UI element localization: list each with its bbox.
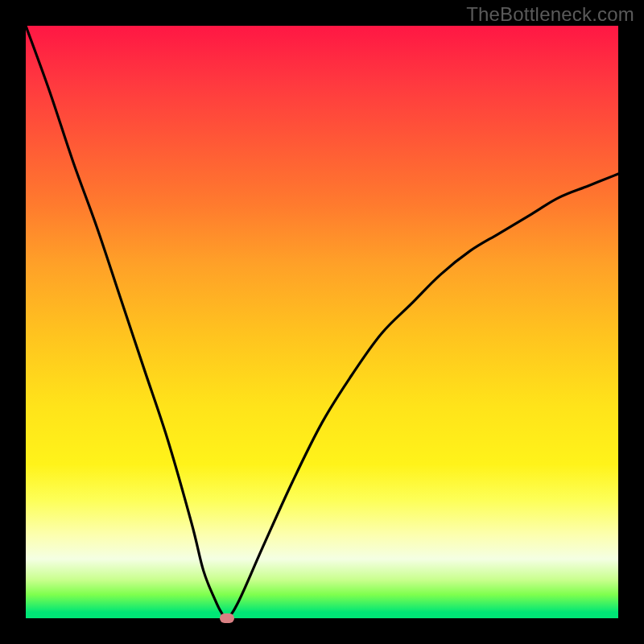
optimum-marker xyxy=(220,613,234,623)
bottleneck-curve xyxy=(26,26,618,618)
watermark-text: TheBottleneck.com xyxy=(466,3,634,26)
plot-area xyxy=(26,26,618,618)
curve-layer xyxy=(26,26,618,618)
chart-frame: TheBottleneck.com xyxy=(0,0,644,644)
